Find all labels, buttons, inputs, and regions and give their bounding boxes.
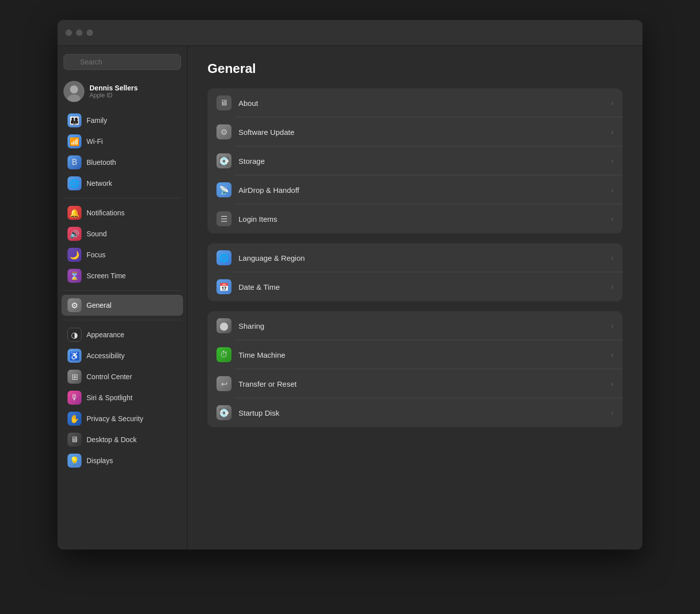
search-wrapper: 🔍 [64, 54, 181, 70]
settings-group-group3: ⬤Sharing›⏱Time Machine›↩Transfer or Rese… [208, 311, 622, 427]
sharing-icon: ⬤ [216, 318, 232, 333]
sidebar-item-accessibility[interactable]: ♿Accessibility [62, 345, 183, 366]
wifi-icon: 📶 [68, 134, 82, 148]
sidebar-item-network[interactable]: 🌐Network [62, 173, 183, 194]
sidebar-item-label: Control Center [86, 373, 132, 381]
sidebar-item-privacy[interactable]: ✋Privacy & Security [62, 408, 183, 429]
accessibility-icon: ♿ [68, 349, 82, 363]
about-label: About [238, 99, 604, 107]
controlcenter-icon: ⊞ [68, 370, 82, 384]
startup-label: Startup Disk [238, 409, 604, 417]
sidebar-divider [64, 290, 181, 291]
notifications-icon: 🔔 [68, 206, 82, 220]
datetime-label: Date & Time [238, 283, 604, 291]
storage-icon: 💽 [216, 153, 232, 168]
sidebar-item-family[interactable]: 👨‍👩‍👧Family [62, 110, 183, 131]
sidebar-item-label: Screen Time [86, 272, 126, 280]
airdrop-label: AirDrop & Handoff [238, 186, 604, 194]
sidebar-item-controlcenter[interactable]: ⊞Control Center [62, 366, 183, 387]
settings-group-group1: 🖥About›⚙Software Update›💽Storage›📡AirDro… [208, 88, 622, 233]
settings-row-sharing[interactable]: ⬤Sharing› [208, 311, 622, 340]
sidebar-item-label: Family [86, 116, 107, 124]
search-input[interactable] [64, 54, 181, 70]
general-icon: ⚙ [68, 298, 82, 312]
sidebar-item-appearance[interactable]: ◑Appearance [62, 324, 183, 345]
settings-row-transfer[interactable]: ↩Transfer or Reset› [208, 369, 622, 398]
sidebar-item-label: Desktop & Dock [86, 436, 136, 444]
sharing-label: Sharing [238, 322, 604, 330]
sidebar-item-label: Sound [86, 230, 106, 238]
transfer-chevron: › [611, 380, 614, 388]
content-area: 🔍 Dennis Sellers Apple ID 👨‍👩‍� [58, 46, 642, 550]
sidebar-item-label: General [86, 301, 112, 309]
displays-icon: 💡 [68, 454, 82, 468]
sidebar-item-screentime[interactable]: ⌛Screen Time [62, 265, 183, 286]
language-chevron: › [611, 254, 614, 262]
desktop-icon: 🖥 [68, 433, 82, 447]
sidebar-item-notifications[interactable]: 🔔Notifications [62, 202, 183, 223]
settings-row-language[interactable]: 🌐Language & Region› [208, 243, 622, 272]
sidebar-item-bluetooth[interactable]: BBluetooth [62, 152, 183, 173]
settings-row-startup[interactable]: 💽Startup Disk› [208, 398, 622, 427]
screentime-icon: ⌛ [68, 269, 82, 283]
airdrop-chevron: › [611, 186, 614, 194]
sidebar-item-label: Network [86, 179, 112, 187]
family-icon: 👨‍👩‍👧 [68, 113, 82, 127]
software-update-chevron: › [611, 128, 614, 136]
network-icon: 🌐 [68, 176, 82, 190]
siri-icon: 🎙 [68, 391, 82, 405]
timemachine-icon: ⏱ [216, 347, 232, 362]
traffic-lights [66, 29, 93, 36]
sidebar-item-sound[interactable]: 🔊Sound [62, 223, 183, 244]
storage-label: Storage [238, 157, 604, 165]
settings-row-airdrop[interactable]: 📡AirDrop & Handoff› [208, 175, 622, 204]
sidebar-item-siri[interactable]: 🎙Siri & Spotlight [62, 387, 183, 408]
titlebar [58, 20, 642, 46]
appearance-icon: ◑ [68, 328, 82, 342]
minimize-button[interactable] [76, 29, 82, 36]
sidebar-item-displays[interactable]: 💡Displays [62, 450, 183, 471]
settings-row-datetime[interactable]: 📅Date & Time› [208, 272, 622, 301]
user-profile[interactable]: Dennis Sellers Apple ID [58, 78, 187, 110]
user-name: Dennis Sellers [90, 84, 138, 92]
sidebar-item-desktop[interactable]: 🖥Desktop & Dock [62, 429, 183, 450]
about-chevron: › [611, 99, 614, 107]
datetime-chevron: › [611, 283, 614, 291]
sidebar-item-label: Privacy & Security [86, 415, 144, 423]
sidebar-item-focus[interactable]: 🌙Focus [62, 244, 183, 265]
sidebar-item-general[interactable]: ⚙General [62, 295, 183, 316]
login-icon: ☰ [216, 211, 232, 226]
sidebar-item-label: Wi-Fi [86, 137, 103, 145]
settings-row-storage[interactable]: 💽Storage› [208, 146, 622, 175]
sidebar-divider [64, 198, 181, 198]
bluetooth-icon: B [68, 155, 82, 169]
privacy-icon: ✋ [68, 412, 82, 426]
sound-icon: 🔊 [68, 227, 82, 241]
close-button[interactable] [66, 29, 72, 36]
settings-row-about[interactable]: 🖥About› [208, 88, 622, 117]
search-container: 🔍 [58, 54, 187, 78]
sidebar-item-label: Accessibility [86, 352, 124, 360]
settings-row-software-update[interactable]: ⚙Software Update› [208, 117, 622, 146]
timemachine-chevron: › [611, 351, 614, 359]
datetime-icon: 📅 [216, 279, 232, 294]
system-settings-window: 🔍 Dennis Sellers Apple ID 👨‍👩‍� [58, 20, 642, 550]
login-label: Login Items [238, 215, 604, 223]
airdrop-icon: 📡 [216, 182, 232, 197]
settings-groups: 🖥About›⚙Software Update›💽Storage›📡AirDro… [208, 88, 622, 427]
sidebar-divider [64, 320, 181, 320]
sidebar-item-wifi[interactable]: 📶Wi-Fi [62, 131, 183, 152]
sidebar-item-label: Displays [86, 457, 113, 465]
timemachine-label: Time Machine [238, 351, 604, 359]
user-subtitle: Apple ID [90, 92, 138, 99]
language-label: Language & Region [238, 254, 604, 262]
settings-row-timemachine[interactable]: ⏱Time Machine› [208, 340, 622, 369]
user-info: Dennis Sellers Apple ID [90, 84, 138, 99]
avatar [64, 81, 84, 102]
settings-row-login[interactable]: ☰Login Items› [208, 204, 622, 233]
transfer-icon: ↩ [216, 376, 232, 391]
fullscreen-button[interactable] [86, 29, 93, 36]
sidebar-item-label: Notifications [86, 209, 124, 217]
sidebar: 🔍 Dennis Sellers Apple ID 👨‍👩‍� [58, 46, 188, 550]
login-chevron: › [611, 215, 614, 223]
